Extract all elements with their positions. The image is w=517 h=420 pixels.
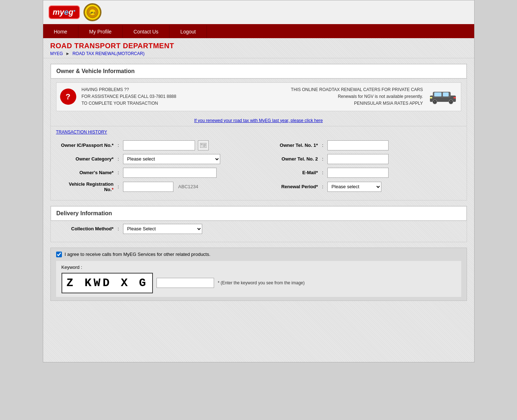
keyword-label: Keyword :: [62, 265, 456, 270]
right-line1: THIS ONLINE ROADTAX RENEWAL CATERS FOR P…: [255, 86, 423, 93]
right-line2: Renewals for NGV is not available presen…: [255, 93, 423, 100]
form-left-ic: Owner IC/Passport No.* :: [56, 140, 257, 150]
main-content: ROAD TRANSPORT DEPARTMENT MYEG ► ROAD TA…: [43, 38, 474, 362]
captcha-section: Keyword : Z KWD X G * (Enter the keyword…: [56, 261, 461, 297]
renewal-link-section: If you renewed your road tax with MyEG l…: [51, 115, 467, 126]
transaction-history-link[interactable]: TRANSACTION HISTORY: [56, 130, 107, 135]
svg-point-11: [450, 101, 452, 103]
svg-rect-6: [434, 92, 441, 96]
captcha-image: Z KWD X G: [62, 273, 153, 293]
colon-renewal: :: [321, 184, 325, 189]
collection-method-label: Collection Method*: [56, 226, 114, 231]
agree-checkbox-row: I agree to receive calls from MyEG Servi…: [56, 252, 461, 257]
renewal-period-select[interactable]: Please select 1 Year 6 Months: [327, 182, 381, 192]
vehicle-placeholder-text: ABC1234: [178, 184, 198, 189]
page-title: ROAD TRANSPORT DEPARTMENT: [50, 42, 467, 50]
form-right-email: E-Mail* :: [260, 168, 461, 178]
car-image: [428, 88, 457, 105]
email-label: E-Mail*: [260, 170, 318, 175]
form-left-vehicle: Vehicle RegistrationNo.* : ABC1234: [56, 181, 257, 192]
problem-title: HAVING PROBLEMS ??: [82, 86, 250, 93]
form-row-ic-tel1: Owner IC/Passport No.* : Owner Tel. No. …: [56, 140, 461, 150]
nav-logout[interactable]: Logout: [169, 25, 207, 38]
form-right-renewal: Renewal Period* : Please select 1 Year 6…: [260, 182, 461, 192]
colon-name: :: [117, 170, 121, 175]
breadcrumb-section: ROAD TRANSPORT DEPARTMENT MYEG ► ROAD TA…: [43, 38, 474, 58]
form-left-category: Owner Category* : Please select Individu…: [56, 154, 257, 164]
colon-collection: :: [117, 226, 121, 231]
form-left-collection: Collection Method* : Please Select Home …: [56, 224, 461, 234]
vehicle-reg-input[interactable]: [123, 182, 173, 192]
info-text-right: THIS ONLINE ROADTAX RENEWAL CATERS FOR P…: [255, 86, 423, 107]
form-left-name: Owner's Name* :: [56, 168, 257, 178]
owner-tel2-input[interactable]: [327, 154, 389, 164]
breadcrumb-current-link[interactable]: ROAD TAX RENEWAL(MOTORCAR): [72, 51, 144, 56]
owner-form-grid: Owner IC/Passport No.* : Owner Tel. No. …: [51, 137, 467, 200]
form-right-tel2: Owner Tel. No. 2 :: [260, 154, 461, 164]
problem-line2: TO COMPLETE YOUR TRANSACTION: [82, 100, 250, 107]
transaction-history-section: TRANSACTION HISTORY: [51, 126, 467, 137]
owner-tel2-label: Owner Tel. No. 2: [260, 156, 318, 162]
colon-tel1: :: [321, 143, 325, 148]
svg-rect-15: [201, 144, 203, 145]
colon-ic: :: [117, 143, 121, 148]
form-row-category-tel2: Owner Category* : Please select Individu…: [56, 154, 461, 164]
delivery-section-header: Delivery Information: [51, 206, 467, 221]
nav-home[interactable]: Home: [43, 25, 78, 38]
info-box: ? HAVING PROBLEMS ?? FOR ASSISTANCE PLEA…: [56, 82, 461, 111]
colon-email: :: [321, 170, 325, 175]
vehicle-reg-label: Vehicle RegistrationNo.*: [56, 181, 114, 192]
breadcrumb: MYEG ► ROAD TAX RENEWAL(MOTORCAR): [50, 51, 467, 56]
owner-section-header: Owner & Vehicle Information: [51, 64, 467, 78]
form-right-tel1: Owner Tel. No. 1* :: [260, 140, 461, 150]
header: myeg● JPJ: [43, 0, 474, 25]
agree-captcha-section: I agree to receive calls from MyEG Servi…: [50, 248, 467, 301]
breadcrumb-arrow: ►: [65, 51, 70, 56]
owner-name-input[interactable]: [123, 168, 217, 178]
colon-vehicle: :: [117, 184, 121, 189]
colon-category: :: [117, 156, 121, 162]
navigation: Home My Profile Contact Us Logout: [43, 25, 474, 38]
info-text-left: HAVING PROBLEMS ?? FOR ASSISTANCE PLEASE…: [82, 86, 250, 107]
owner-name-label: Owner's Name*: [56, 170, 114, 175]
nav-contactus[interactable]: Contact Us: [123, 25, 169, 38]
myeg-logo: myeg●: [49, 5, 80, 19]
colon-tel2: :: [321, 156, 325, 162]
svg-rect-7: [443, 92, 449, 96]
captcha-input[interactable]: [157, 278, 214, 288]
breadcrumb-root-link[interactable]: MYEG: [50, 51, 63, 56]
renewal-history-link[interactable]: If you renewed your road tax with MyEG l…: [194, 118, 323, 123]
captcha-note: * (Enter the keyword you see from the im…: [218, 280, 304, 285]
problem-line1: FOR ASSISTANCE PLEASE CALL 03-7801 8888: [82, 93, 250, 100]
agree-checkbox[interactable]: [56, 252, 62, 257]
form-row-name-email: Owner's Name* : E-Mail* :: [56, 168, 461, 178]
form-row-collection: Collection Method* : Please Select Home …: [56, 224, 461, 234]
svg-rect-13: [453, 97, 455, 98]
question-icon: ?: [60, 89, 76, 105]
content-area: Owner & Vehicle Information ? HAVING PRO…: [43, 58, 474, 306]
owner-ic-label: Owner IC/Passport No.*: [56, 143, 114, 148]
delivery-form-grid: Collection Method* : Please Select Home …: [51, 221, 467, 242]
owner-tel1-label: Owner Tel. No. 1*: [260, 143, 318, 148]
owner-section-title: Owner & Vehicle Information: [56, 68, 461, 74]
svg-rect-12: [430, 97, 432, 98]
svg-point-9: [434, 101, 436, 103]
right-line3: PENINSULAR MSIA RATES APPLY: [255, 100, 423, 107]
delivery-section-title: Delivery Information: [56, 210, 461, 217]
agree-label: I agree to receive calls from MyEG Servi…: [65, 252, 210, 257]
form-row-vehicle-renewal: Vehicle RegistrationNo.* : ABC1234 Renew…: [56, 181, 461, 192]
renewal-period-label: Renewal Period*: [260, 184, 318, 189]
captcha-row: Z KWD X G * (Enter the keyword you see f…: [62, 273, 456, 293]
delivery-section: Delivery Information Collection Method* …: [50, 206, 467, 242]
nav-myprofile[interactable]: My Profile: [78, 25, 123, 38]
ic-icon-button[interactable]: [198, 140, 209, 150]
owner-category-label: Owner Category*: [56, 156, 114, 162]
jpj-badge: JPJ: [83, 3, 101, 21]
owner-ic-input[interactable]: [123, 140, 195, 150]
collection-method-select[interactable]: Please Select Home Delivery Self Pickup: [123, 224, 202, 234]
owner-tel1-input[interactable]: [327, 140, 389, 150]
email-input[interactable]: [327, 168, 389, 178]
svg-text:JPJ: JPJ: [90, 11, 95, 14]
owner-category-select[interactable]: Please select Individual Company: [123, 154, 220, 164]
owner-vehicle-section: Owner & Vehicle Information ? HAVING PRO…: [50, 64, 467, 200]
